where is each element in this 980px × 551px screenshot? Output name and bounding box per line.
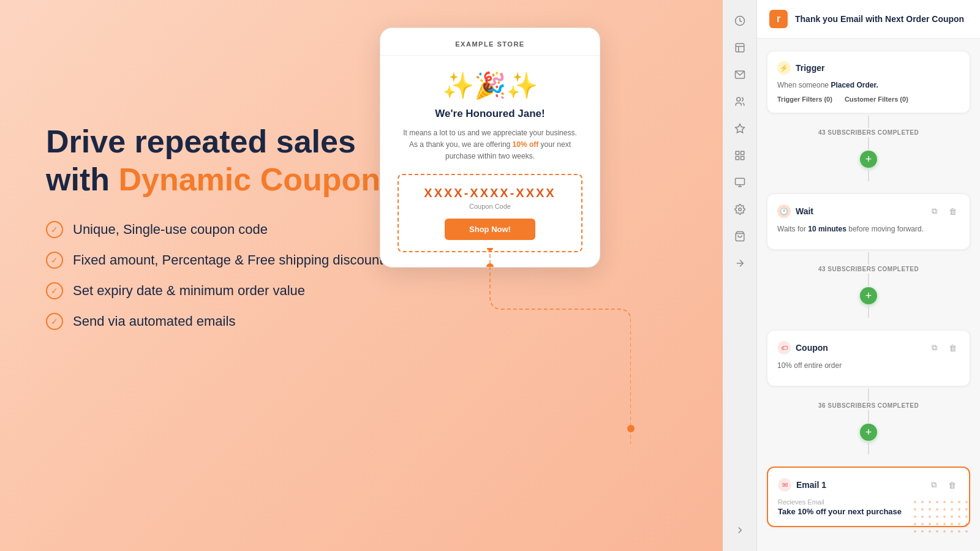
svg-rect-10 [741, 151, 744, 154]
panel-header: r Thank you Email with Next Order Coupon [757, 0, 980, 39]
feature-list: ✓ Unique, Single-use coupon code ✓ Fixed… [46, 221, 401, 330]
coupon-icon: 🏷 [777, 341, 791, 354]
decorative-dot [958, 530, 960, 533]
email1-title-row: ✉ Email 1 ⧉ 🗑 [778, 478, 959, 492]
decorative-dot [951, 515, 953, 518]
add-step-btn-2[interactable]: + [860, 287, 877, 304]
decorative-dot [914, 515, 916, 518]
coupon-code: XXXX-XXXX-XXXX [411, 186, 569, 200]
decorative-dot [965, 501, 968, 503]
decorative-dot [914, 508, 916, 511]
decorative-dot [965, 530, 968, 533]
coupon-delete-btn[interactable]: 🗑 [945, 340, 960, 355]
feature-item-2: ✓ Fixed amount, Percentage & Free shippi… [46, 252, 401, 269]
svg-rect-13 [735, 178, 744, 185]
coupon-label: Coupon Code [411, 203, 569, 210]
subscribers-badge-1: 43 SUBSCRIBERS COMPLETED [818, 129, 919, 136]
decorative-dot [936, 501, 938, 503]
feature-text-3: Set expiry date & minimum order value [73, 283, 305, 299]
wait-delete-btn[interactable]: 🗑 [945, 204, 960, 219]
email1-icon: ✉ [778, 478, 791, 492]
feature-item-4: ✓ Send via automated emails [46, 313, 401, 330]
decorative-dot [936, 523, 938, 525]
shop-button[interactable]: Shop Now! [445, 219, 535, 240]
svg-rect-3 [736, 43, 744, 52]
email1-delete-btn[interactable]: 🗑 [944, 478, 959, 492]
sidebar-icon-email[interactable] [729, 64, 751, 86]
sidebar-icon-chart[interactable] [729, 37, 751, 59]
email1-copy-btn[interactable]: ⧉ [926, 478, 941, 492]
email-body-text: It means a lot to us and we appreciate y… [398, 127, 582, 163]
decorative-dot [958, 508, 960, 511]
email-greeting: We're Honoured Jane! [398, 108, 582, 120]
title-line2: with [46, 162, 118, 197]
flow-connector-3: 36 SUBSCRIBERS COMPLETED + [767, 389, 970, 454]
svg-rect-9 [736, 151, 739, 154]
decorative-dot [943, 523, 946, 525]
automation-panel: r Thank you Email with Next Order Coupon… [757, 0, 980, 551]
coupon-text: 10% off entire order [777, 361, 960, 370]
wait-copy-btn[interactable]: ⧉ [927, 204, 941, 219]
email1-title: Email 1 [796, 480, 921, 490]
email1-actions: ⧉ 🗑 [926, 478, 959, 492]
connector-line-3b [868, 410, 869, 422]
feature-text-1: Unique, Single-use coupon code [73, 222, 268, 238]
dots-decoration: const dotsContainer = document.querySele… [914, 501, 968, 533]
decorative-dot [943, 530, 946, 533]
trigger-filter-badge: Trigger Filters (0) [777, 96, 832, 103]
connector-line-1c [868, 169, 869, 181]
title-highlight: Dynamic Coupons [118, 162, 398, 197]
add-step-btn-3[interactable]: + [860, 424, 877, 441]
wait-title-row: 🕐 Wait ⧉ 🗑 [777, 204, 960, 219]
sidebar-icon-arrow[interactable] [729, 252, 751, 274]
flow-connector-1: 43 SUBSCRIBERS COMPLETED + [767, 116, 970, 181]
sidebar-icon-users[interactable] [729, 91, 751, 113]
decorative-dot [914, 523, 916, 525]
decorative-dot [943, 508, 946, 511]
decorative-dot [929, 523, 931, 525]
coupon-copy-btn[interactable]: ⧉ [927, 340, 941, 355]
feature-item-3: ✓ Set expiry date & minimum order value [46, 282, 401, 299]
decorative-dot [914, 501, 916, 503]
decorative-dot [929, 508, 931, 511]
subscribers-badge-2: 43 SUBSCRIBERS COMPLETED [818, 266, 919, 272]
sidebar-icon-clock[interactable] [729, 10, 751, 32]
coupon-title: Coupon [796, 343, 922, 353]
email-preview-card: EXAMPLE STORE ✨🎉✨ We're Honoured Jane! I… [380, 28, 600, 268]
trigger-text: When someone Placed Order. [777, 81, 960, 89]
add-step-btn-1[interactable]: + [860, 151, 877, 168]
sidebar-icon-cog[interactable] [729, 198, 751, 220]
title-line1: Drive repeated sales [46, 124, 356, 159]
panel-scroll[interactable]: ⚡ Trigger When someone Placed Order. Tri… [757, 39, 980, 551]
svg-point-16 [738, 208, 741, 211]
decorative-dot [929, 515, 931, 518]
connector-line-2c [868, 305, 869, 318]
feature-text-4: Send via automated emails [73, 313, 235, 329]
decorative-dot [929, 530, 931, 533]
sidebar [723, 0, 757, 551]
flow-connector-2: 43 SUBSCRIBERS COMPLETED + [767, 252, 970, 318]
filter-row: Trigger Filters (0) Customer Filters (0) [777, 96, 960, 103]
connector-line-2b [868, 274, 869, 286]
sidebar-icon-display[interactable] [729, 171, 751, 193]
sidebar-icon-expand[interactable] [729, 519, 751, 541]
store-name: EXAMPLE STORE [380, 28, 600, 56]
subscribers-badge-3: 36 SUBSCRIBERS COMPLETED [818, 402, 919, 409]
decorative-dot [965, 523, 968, 525]
panel-title: Thank you Email with Next Order Coupon [795, 14, 964, 24]
decorative-dot [958, 515, 960, 518]
svg-point-7 [736, 97, 740, 101]
check-icon-3: ✓ [46, 282, 63, 299]
coupon-box: XXXX-XXXX-XXXX Coupon Code Shop Now! [398, 174, 582, 252]
connector-line-1a [868, 116, 869, 128]
customer-filter-badge: Customer Filters (0) [845, 96, 908, 103]
trigger-icon: ⚡ [777, 61, 791, 75]
sidebar-icon-bag[interactable] [729, 225, 751, 247]
decorative-dot [965, 508, 968, 511]
check-icon-4: ✓ [46, 313, 63, 330]
sidebar-icon-settings-gear[interactable] [729, 118, 751, 140]
sidebar-icon-grid[interactable] [729, 144, 751, 167]
email-card-body: ✨🎉✨ We're Honoured Jane! It means a lot … [380, 56, 600, 267]
decorative-dot [958, 523, 960, 525]
connector-line-3c [868, 442, 869, 454]
